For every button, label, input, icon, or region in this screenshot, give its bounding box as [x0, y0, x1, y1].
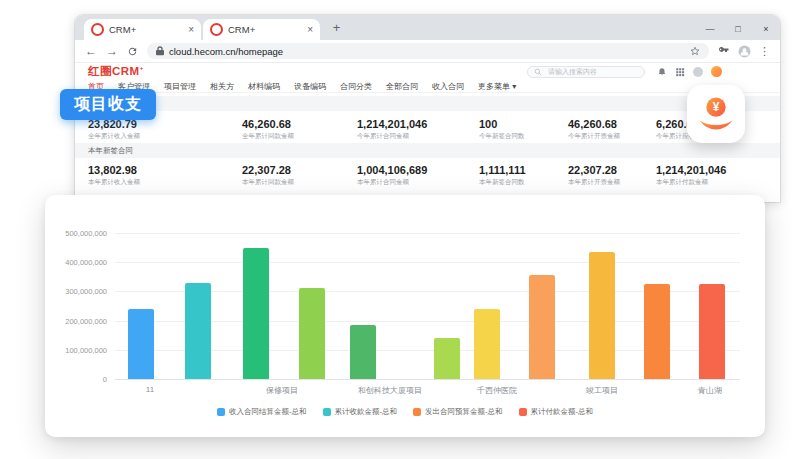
- app-search-box[interactable]: [527, 66, 645, 78]
- tab-strip: CRM+×CRM+×: [75, 19, 322, 40]
- tab-close-icon[interactable]: ×: [188, 25, 194, 35]
- stat-col: 23,820.79全年累计收入金额: [88, 118, 140, 141]
- back-icon[interactable]: ←: [85, 45, 97, 57]
- y-axis-tick-label: 400,000,000: [51, 258, 107, 267]
- legend-swatch-icon: [519, 408, 527, 416]
- chart-bar[interactable]: [474, 309, 500, 379]
- stat-value: 46,260.68: [242, 118, 294, 130]
- legend-swatch-icon: [217, 408, 225, 416]
- chart-bar[interactable]: [529, 275, 555, 379]
- legend-item[interactable]: 累计付款金额-总和: [519, 407, 594, 417]
- y-axis-tick-label: 300,000,000: [51, 287, 107, 296]
- x-axis-label: 11: [146, 385, 154, 394]
- nav-item-5[interactable]: 材料编码: [248, 81, 280, 92]
- stat-caption: 今年累计合同金额: [357, 132, 427, 141]
- nav-item-4[interactable]: 相关方: [210, 81, 234, 92]
- yuan-glyph: ¥: [713, 100, 720, 114]
- project-income-expense-badge: 项目收支: [60, 89, 156, 120]
- stat-caption: 本年累计合同金额: [357, 178, 427, 187]
- x-axis-label: 青山湖: [698, 385, 722, 396]
- new-tab-button[interactable]: +: [327, 18, 346, 37]
- bookmark-star-icon[interactable]: [690, 46, 700, 56]
- app-header: 红圈CRM+: [75, 63, 780, 80]
- org-avatar[interactable]: [711, 66, 722, 77]
- main-nav: 首页客户管理项目管理相关方材料编码设备编码合同分类全部合同收入合同更多菜单 ▾: [75, 80, 780, 93]
- maximize-button[interactable]: □: [724, 18, 752, 40]
- y-axis-tick-label: 100,000,000: [51, 346, 107, 355]
- chart-plot: 0100,000,000200,000,000300,000,000400,00…: [115, 233, 740, 380]
- nav-item-7[interactable]: 合同分类: [340, 81, 372, 92]
- nav-item-8[interactable]: 全部合同: [386, 81, 418, 92]
- stat-caption: 本年累计开票金额: [568, 178, 620, 187]
- section-band-2: 本年新签合同: [75, 143, 780, 158]
- stat-value: 1,214,201,046: [656, 164, 726, 176]
- stat-caption: 全年累计收入金额: [88, 132, 140, 141]
- stat-col: 1,111,111本年新签合同数: [479, 164, 526, 187]
- stat-value: 22,307.28: [568, 164, 620, 176]
- crm-favicon-icon: [210, 23, 223, 36]
- chart-bar[interactable]: [299, 288, 325, 379]
- chart-bar[interactable]: [243, 248, 269, 379]
- stat-caption: 本年累计付款金额: [656, 178, 726, 187]
- tab-close-icon[interactable]: ×: [307, 25, 313, 35]
- profile-avatar-icon[interactable]: [738, 45, 751, 58]
- forward-icon[interactable]: →: [106, 45, 118, 57]
- header-icons: [657, 66, 722, 77]
- user-avatar[interactable]: [693, 67, 703, 77]
- stat-value: 1,111,111: [479, 164, 526, 176]
- stat-value: 1,004,106,689: [357, 164, 427, 176]
- lock-icon: [156, 46, 164, 56]
- x-axis-label: 千西仲医院: [477, 385, 517, 396]
- browser-tab-1[interactable]: CRM+×: [84, 19, 201, 40]
- key-icon[interactable]: [718, 45, 730, 57]
- legend-label: 收入合同结算金额-总和: [229, 407, 307, 417]
- nav-item-3[interactable]: 项目管理: [164, 81, 196, 92]
- apps-grid-icon[interactable]: [675, 67, 685, 77]
- x-axis-label: 竣工项目: [586, 385, 618, 396]
- nav-item-10[interactable]: 更多菜单 ▾: [478, 81, 516, 92]
- search-input[interactable]: [546, 67, 638, 76]
- section-band-1: [75, 96, 780, 111]
- browser-menu-icon[interactable]: ⋮: [759, 46, 770, 57]
- stat-caption: 今年累计开票金额: [568, 132, 620, 141]
- section-title: 本年新签合同: [88, 146, 133, 156]
- window-controls: — □ ×: [696, 18, 780, 40]
- minimize-button[interactable]: —: [696, 18, 724, 40]
- chart-bar[interactable]: [434, 338, 460, 379]
- chart-bar[interactable]: [350, 325, 376, 379]
- stat-value: 1,214,201,046: [357, 118, 427, 130]
- y-axis-tick-label: 200,000,000: [51, 317, 107, 326]
- legend-item[interactable]: 发出合同预算金额-总和: [413, 407, 503, 417]
- stat-col: 1,214,201,046今年累计合同金额: [357, 118, 427, 141]
- stat-caption: 全年累计回款金额: [242, 132, 294, 141]
- chart-bar[interactable]: [644, 284, 670, 379]
- browser-tab-2[interactable]: CRM+×: [203, 19, 320, 40]
- crm-favicon-icon: [91, 23, 104, 36]
- tab-title: CRM+: [109, 24, 183, 35]
- stat-caption: 今年新签合同数: [479, 132, 525, 141]
- legend-item[interactable]: 累计收款金额-总和: [323, 407, 398, 417]
- url-bar[interactable]: cloud.hecom.cn/homepage: [147, 43, 709, 59]
- legend-label: 累计收款金额-总和: [335, 407, 398, 417]
- stat-caption: 本年累计收入金额: [88, 178, 140, 187]
- chart-bar[interactable]: [589, 252, 615, 379]
- window-close-button[interactable]: ×: [752, 18, 780, 40]
- stat-col: 46,260.68全年累计回款金额: [242, 118, 294, 141]
- nav-item-6[interactable]: 设备编码: [294, 81, 326, 92]
- chart-card: 0100,000,000200,000,000300,000,000400,00…: [45, 195, 765, 437]
- chart-bar[interactable]: [128, 309, 154, 379]
- legend-label: 累计付款金额-总和: [531, 407, 594, 417]
- stat-value: 100: [479, 118, 525, 130]
- nav-item-9[interactable]: 收入合同: [432, 81, 464, 92]
- chart-bar[interactable]: [699, 284, 725, 379]
- search-icon: [534, 68, 542, 76]
- money-hand-icon[interactable]: ¥: [687, 85, 745, 143]
- bell-icon[interactable]: [657, 67, 667, 77]
- legend-item[interactable]: 收入合同结算金额-总和: [217, 407, 307, 417]
- stat-value: 46,260.68: [568, 118, 620, 130]
- chart-bar[interactable]: [185, 283, 211, 379]
- stat-col: 13,802.98本年累计收入金额: [88, 164, 140, 187]
- legend-swatch-icon: [323, 408, 331, 416]
- reload-icon[interactable]: [127, 46, 138, 57]
- stat-col: 1,004,106,689本年累计合同金额: [357, 164, 427, 187]
